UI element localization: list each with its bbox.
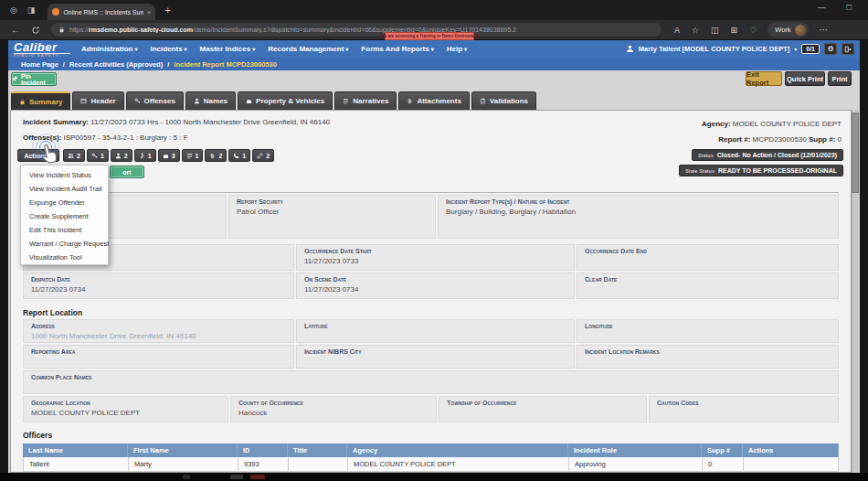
read-aloud-icon[interactable]: A: [674, 26, 680, 35]
browser-tab[interactable]: Online RMS :: Incidents Summary ×: [48, 4, 155, 20]
attachment-count-button[interactable]: 2: [205, 149, 227, 162]
menu-item-edit-this-incident[interactable]: Edit This Incident: [21, 223, 108, 237]
narrative-count-button[interactable]: 1: [182, 149, 204, 162]
people-count-button[interactable]: 2: [63, 149, 85, 162]
offender-count-button[interactable]: 1: [134, 149, 156, 162]
new-tab-button[interactable]: +: [164, 5, 170, 16]
walking-person-icon: [139, 153, 145, 159]
exit-icon: [844, 46, 852, 53]
person-icon: [194, 98, 200, 104]
field-geographic-location: Geographic LocationMODEL COUNTY POLICE D…: [23, 396, 228, 422]
report-location-title: Report Location: [23, 308, 82, 317]
logged-in-user[interactable]: Marty Tallent [MODEL COUNTY POLICE DEPT]: [639, 45, 789, 53]
browser-essentials-icon[interactable]: ♡: [749, 26, 757, 35]
quick-print-button[interactable]: Quick Print: [785, 71, 825, 86]
tab-close-icon[interactable]: ×: [147, 8, 152, 16]
menu-item-view-incident-audit-trail[interactable]: View Incident Audit Trail: [21, 182, 108, 196]
field-occurrence-date-end: Occurrence Date End: [577, 244, 839, 271]
form-row-dates: 11/27/2023 0735 Occurrence Date Start11/…: [23, 244, 839, 299]
menu-item-expunge-offender[interactable]: Expunge Offender: [21, 196, 108, 209]
pin-incident-button[interactable]: Pin Incident: [11, 72, 57, 86]
form-row-location: Address1000 North Manchester Drive Green…: [23, 319, 839, 369]
back-icon[interactable]: ←: [11, 25, 20, 35]
training-environment-banner: You are accessing a Training or Demo Env…: [385, 32, 474, 40]
print-button[interactable]: Print: [828, 71, 852, 86]
app-header: Caliber PUBLIC SAFETY Administration▾ In…: [8, 40, 860, 58]
favorite-star-icon[interactable]: ☆: [692, 26, 699, 35]
tab-property-vehicles[interactable]: Property & Vehicles: [238, 91, 333, 110]
field-latitude: Latitude: [296, 319, 575, 343]
menu-item-visualization-tool[interactable]: Visualization Tool: [21, 251, 108, 264]
document-lines-icon: [186, 153, 193, 159]
link-count-button[interactable]: 2: [252, 149, 274, 162]
breadcrumb-separator: /: [167, 60, 169, 69]
offense-count-button[interactable]: 1: [87, 149, 109, 162]
browser-profile-button[interactable]: Work: [767, 22, 808, 37]
refresh-icon[interactable]: [31, 26, 40, 35]
scrollbar-thumb[interactable]: [852, 112, 859, 193]
field-caution-codes: Caution Codes: [649, 396, 839, 422]
collections-icon[interactable]: ⊞: [731, 26, 738, 35]
report-tabs: Summary Header Offenses Names Property &…: [11, 91, 536, 110]
breadcrumb-current: Incident Report MCPD23000530: [174, 60, 277, 69]
chevron-down-icon: ▾: [134, 47, 137, 52]
profile-avatar: [795, 25, 806, 36]
key-icon: [91, 153, 98, 159]
officers-table-row[interactable]: Tallent Marty 9393 MODEL COUNTY POLICE D…: [23, 457, 839, 472]
player-control: [230, 475, 243, 479]
tab-header[interactable]: Header: [72, 91, 123, 110]
split-screen-icon[interactable]: ◫: [711, 26, 719, 35]
breadcrumb-home[interactable]: Home Page: [21, 60, 58, 69]
tab-attachments[interactable]: Attachments: [398, 91, 469, 110]
player-control: [183, 475, 190, 479]
session-counter-badge[interactable]: 0/1: [801, 44, 820, 54]
chevron-down-icon: ▾: [345, 47, 348, 52]
entity-count-buttons: 2 1 2 1 3 1 2 1 2: [63, 149, 274, 162]
screen: ◎ ◨ Online RMS :: Incidents Summary × + …: [0, 0, 868, 481]
chevron-down-icon[interactable]: ▾: [794, 46, 797, 52]
actions-dropdown-menu: View Incident Status View Incident Audit…: [20, 165, 109, 265]
form-row-geography: Geographic LocationMODEL COUNTY POLICE D…: [23, 396, 839, 422]
nav-master-indices[interactable]: Master Indices▾: [200, 45, 256, 53]
names-count-button[interactable]: 2: [111, 149, 132, 162]
summary-panel: Incident Summary: 11/27/2023 0733 Hrs - …: [10, 110, 852, 473]
browser-panel-icon[interactable]: ◨: [27, 5, 36, 15]
nav-forms-and-reports[interactable]: Forms And Reports▾: [361, 45, 433, 53]
window-restore-button[interactable]: □: [847, 3, 852, 12]
tab-names[interactable]: Names: [185, 91, 236, 110]
browser-workspace-icon[interactable]: ◎: [10, 5, 17, 15]
chevron-down-icon: ▾: [464, 47, 467, 52]
field-county-of-occurrence: County of OccurrenceHancock: [230, 396, 437, 422]
nav-records-management[interactable]: Records Management▾: [268, 45, 348, 53]
tab-summary[interactable]: Summary: [11, 91, 70, 110]
menu-item-warrant-charge-request[interactable]: Warrant / Charge Request: [21, 237, 108, 251]
nav-incidents[interactable]: Incidents▾: [150, 45, 186, 53]
nav-administration[interactable]: Administration▾: [81, 45, 137, 53]
exit-report-button[interactable]: Exit Report: [746, 71, 782, 86]
window-minimize-button[interactable]: —: [818, 3, 826, 12]
logout-button[interactable]: [842, 43, 854, 55]
nav-help[interactable]: Help▾: [447, 45, 467, 53]
url-bar[interactable]: https://rmsdemo.public-safety-cloud.com/…: [51, 23, 662, 37]
settings-gear-button[interactable]: ⚙: [824, 43, 837, 55]
tab-validations[interactable]: Validations: [471, 91, 536, 110]
tab-favicon: [52, 8, 59, 16]
status-badge: Status Closed- No Action / Closed (12/01…: [692, 149, 843, 161]
phone-count-button[interactable]: 1: [228, 149, 250, 162]
partially-hidden-report-button[interactable]: ort: [110, 166, 144, 178]
player-control: [250, 475, 265, 479]
field-clear-date: Clear Date: [577, 273, 839, 299]
address-link[interactable]: 1000 North Manchester Drive Greenfield, …: [24, 330, 293, 340]
menu-item-view-incident-status[interactable]: View Incident Status: [21, 168, 108, 182]
agency-line: Agency: MODEL COUNTY POLICE DEPT: [702, 120, 842, 128]
browser-menu-icon[interactable]: ⋯: [820, 25, 829, 35]
field-longitude: Longitude: [577, 319, 839, 343]
document-lines-icon: [343, 98, 349, 104]
caliber-logo[interactable]: Caliber PUBLIC SAFETY: [14, 41, 70, 58]
breadcrumb-recent-activities[interactable]: Recent Activities (Approved): [69, 60, 163, 69]
tab-offenses[interactable]: Offenses: [126, 91, 184, 110]
vehicle-count-button[interactable]: 3: [158, 149, 180, 162]
window-icon: [80, 98, 87, 104]
menu-item-create-supplement[interactable]: Create Supplement: [21, 209, 108, 223]
tab-narratives[interactable]: Narratives: [334, 91, 397, 110]
